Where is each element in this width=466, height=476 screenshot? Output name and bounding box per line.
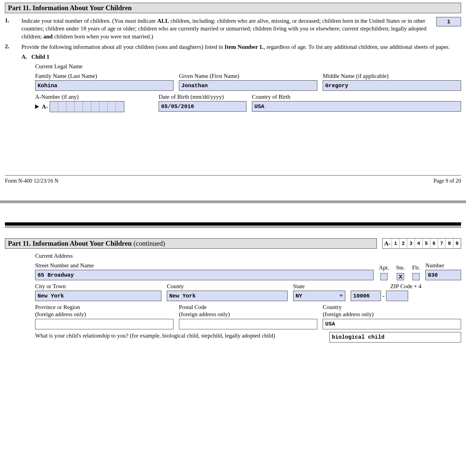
footer-separator [5,175,461,175]
province-field[interactable] [35,319,173,329]
cob-field[interactable]: USA [252,101,461,112]
country-label-1: Country [323,304,461,311]
middle-name-label: Middle Name (if applicable) [323,73,461,80]
city-label: City or Town [35,283,161,290]
form-id-footer: Form N-400 12/23/16 N [5,178,58,184]
street-field[interactable]: 65 Broadway [35,270,374,280]
province-label-2: (foreign address only) [35,311,173,318]
q2-post: , regardless of age. To list any additio… [264,44,450,50]
part-title: Part 11. Information About Your Children [8,4,132,12]
county-label: County [167,283,288,290]
country-label-2: (foreign address only) [323,311,461,318]
anumber-cell-9[interactable] [116,101,124,112]
given-name-field[interactable]: Jonathan [179,80,317,91]
anumber-cell-3[interactable] [66,101,75,112]
a-header-d6[interactable]: 6 [430,239,438,248]
name-fields-row: Family Name (Last Name) Kohina Given Nam… [5,73,461,91]
total-children-field[interactable]: 1 [436,17,461,26]
q1-text: Indicate your total number of children. … [21,17,428,40]
ste-label: Ste. [396,264,405,271]
q2-number: 2. [5,43,21,50]
a-number-header: A- 1 2 3 4 5 6 7 8 9 [382,238,461,249]
part-title-2: Part 11. Information About Your Children [8,240,132,247]
relationship-field[interactable]: biological child [329,332,461,342]
a-header-d1[interactable]: 1 [392,239,399,248]
part-11-header-cont: Part 11. Information About Your Children… [5,238,377,249]
header-row-2: Part 11. Information About Your Children… [5,238,461,249]
a-header-d2[interactable]: 2 [399,239,407,248]
anumber-dob-row: A-Number (if any) A- Date of Birth ( [5,93,461,112]
chevron-down-icon [339,295,343,297]
a-header-d3[interactable]: 3 [407,239,415,248]
anumber-cell-7[interactable] [99,101,108,112]
a-header-d8[interactable]: 8 [445,239,453,248]
q1-pre: Indicate your total number of children. … [21,18,157,24]
q1-and: and [43,33,53,40]
anumber-cell-1[interactable] [50,101,58,112]
postal-label: Postal Code (foreign address only) [179,304,317,318]
q1-post: children born when you were not married.… [53,33,153,40]
state-label: State [293,283,345,290]
unit-number-label: Number [425,262,461,269]
apt-label: Apt. [379,264,389,271]
child-title: Child 1 [31,53,49,60]
anumber-cell-4[interactable] [75,101,83,112]
province-label: Province or Region (foreign address only… [35,304,173,318]
family-name-label: Family Name (Last Name) [35,73,173,80]
q1-all: ALL [157,18,169,24]
child-a-heading: A. Child 1 [5,53,461,60]
city-row: City or Town New York County New York St… [5,283,461,301]
zip4-field[interactable] [386,291,408,301]
top-rule-2 [5,227,461,227]
dob-field[interactable]: 05/05/2010 [159,101,246,112]
province-label-1: Province or Region [35,304,173,311]
unit-type-group: Apt. Ste. X Flr. [379,264,420,280]
country-field[interactable]: USA [323,319,461,329]
a-header-d7[interactable]: 7 [438,239,445,248]
zip-label: ZIP Code + 4 [351,283,461,290]
flr-label: Flr. [412,264,420,271]
street-row: Street Number and Name 65 Broadway Apt. … [5,262,461,280]
anumber-cell-2[interactable] [58,101,66,112]
a-header-d9[interactable]: 9 [453,239,461,248]
ste-checkbox[interactable]: X [397,273,404,280]
middle-name-field[interactable]: Gregory [323,80,461,91]
postal-label-2: (foreign address only) [179,311,317,318]
anumber-label: A-Number (if any) [35,93,153,100]
a-header-d5[interactable]: 5 [422,239,430,248]
anumber-prefix: A- [42,103,48,110]
triangle-icon [35,104,39,109]
zip-field[interactable]: 10006 [351,291,381,301]
flr-checkbox[interactable] [412,273,420,280]
page-break [0,200,466,203]
anumber-cell-6[interactable] [91,101,99,112]
foreign-row: Province or Region (foreign address only… [5,304,461,329]
apt-checkbox[interactable] [380,273,388,280]
top-rule-1 [5,222,461,226]
anumber-cell-5[interactable] [83,101,91,112]
postal-field[interactable] [179,319,317,329]
child-letter: A. [21,53,27,60]
state-select[interactable]: NY [293,291,345,301]
unit-number-field[interactable]: 830 [425,270,461,280]
legal-name-label: Current Legal Name [5,63,461,70]
part-11-header: Part 11. Information About Your Children [5,3,461,13]
question-2-row: 2. Provide the following information abo… [5,43,461,51]
q1-number: 1. [5,17,21,24]
zip-dash: - [383,293,384,299]
part-continued: (continued) [132,240,165,247]
dob-label: Date of Birth (mm/dd/yyyy) [159,93,246,100]
a-header-prefix: A- [383,240,392,247]
postal-label-1: Postal Code [179,304,317,311]
anumber-field-group: A- [35,101,153,112]
anumber-cell-8[interactable] [108,101,116,112]
family-name-field[interactable]: Kohina [35,80,173,91]
city-field[interactable]: New York [35,291,161,301]
given-name-label: Given Name (First Name) [179,73,317,80]
q2-bold: Item Number 1. [224,44,264,50]
county-field[interactable]: New York [167,291,288,301]
current-address-label: Current Address [5,253,461,259]
a-header-d4[interactable]: 4 [415,239,422,248]
relationship-row: What is your child's relationship to you… [5,332,461,342]
page-footer: Form N-400 12/23/16 N Page 9 of 20 [5,178,461,187]
